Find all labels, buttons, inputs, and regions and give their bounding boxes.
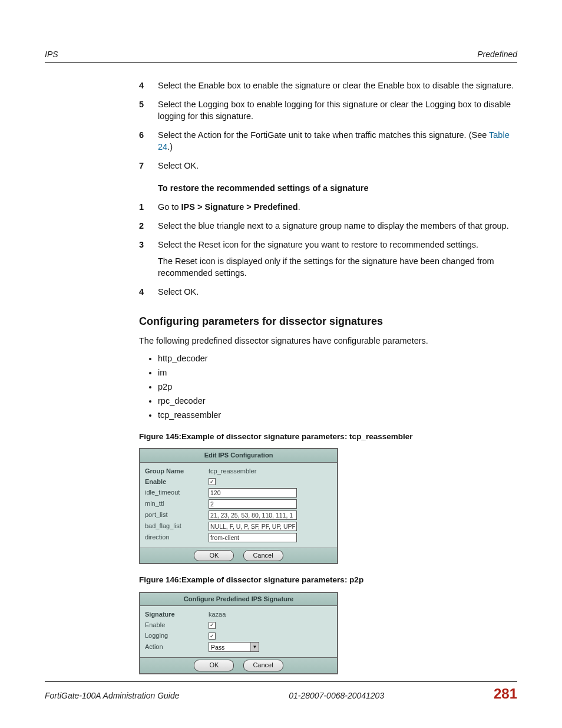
enable-checkbox[interactable]: ✓ [209,478,216,485]
running-footer: FortiGate-100A Administration Guide 01-2… [45,681,517,702]
step-number: 7 [139,160,158,172]
configure-signature-panel: Configure Predefined IPS Signature Signa… [139,592,338,674]
action-select-value: Pass [211,643,224,651]
section-intro: The following predefined dissector signa… [139,335,517,347]
step-text: Select the Action for the FortiGate unit… [158,129,517,153]
procedure-step: 7Select OK. [139,160,517,172]
action-select[interactable]: Pass ▼ [209,642,259,652]
page: IPS Predefined 4Select the Enable box to… [0,0,562,728]
logging-label: Logging [145,631,209,640]
group-name-label: Group Name [145,467,209,476]
step-number: 6 [139,129,158,153]
min-ttl-input[interactable] [209,499,297,509]
step-text: Select the Enable box to enable the sign… [158,80,517,91]
step-number: 4 [139,286,158,298]
list-item: im [158,367,517,378]
bad-flag-list-input[interactable] [209,522,297,531]
signature-label: Signature [145,610,209,619]
group-name-value: tcp_reassembler [209,467,256,476]
ok-button[interactable]: OK [194,660,234,671]
signature-value: kazaa [209,610,226,619]
bullet-list: http_decoderimp2prpc_decodertcp_reassemb… [139,353,517,421]
header-right: Predefined [477,50,517,59]
footer-center: 01-28007-0068-20041203 [289,691,384,700]
panel-title: Configure Predefined IPS Signature [140,592,337,606]
figure-caption: Figure 145:Example of dissector signatur… [139,431,517,443]
sub-heading: To restore the recommended settings of a… [158,182,517,194]
logging-checkbox[interactable]: ✓ [209,633,216,640]
direction-label: direction [145,533,209,542]
min-ttl-label: min_ttl [145,499,209,508]
footer-left: FortiGate-100A Administration Guide [45,691,180,700]
procedure-step: 5Select the Logging box to enable loggin… [139,98,517,122]
section-heading: Configuring parameters for dissector sig… [139,314,517,329]
figure-caption: Figure 146:Example of dissector signatur… [139,575,517,586]
header-left: IPS [45,50,58,59]
port-list-input[interactable] [209,510,297,520]
step-text: Select OK. [158,160,517,172]
step-text: Select the Logging box to enable logging… [158,98,517,122]
idle-timeout-label: idle_timeout [145,488,209,497]
list-item: p2p [158,381,517,393]
crossref-link[interactable]: Table 24 [158,130,510,151]
chevron-down-icon: ▼ [250,643,259,651]
step-text: Go to IPS > Signature > Predefined. [158,201,517,213]
list-item: http_decoder [158,353,517,364]
step-text: Select the blue triangle next to a signa… [158,220,517,232]
enable-label: Enable [145,621,209,630]
bad-flag-list-label: bad_flag_list [145,522,209,531]
running-header: IPS Predefined [45,50,517,63]
action-label: Action [145,643,209,651]
panel-title: Edit IPS Configuration [140,448,337,462]
idle-timeout-input[interactable] [209,488,297,498]
procedure-step: 4Select OK. [139,286,517,298]
cancel-button[interactable]: Cancel [243,660,283,671]
port-list-label: port_list [145,510,209,519]
step-number: 2 [139,220,158,232]
step-number: 4 [139,80,158,91]
cancel-button[interactable]: Cancel [243,550,283,561]
procedure-step: 6Select the Action for the FortiGate uni… [139,129,517,153]
step-number: 5 [139,98,158,122]
step-number: 1 [139,201,158,213]
procedure-step: 1Go to IPS > Signature > Predefined. [139,201,517,213]
enable-label: Enable [145,477,209,486]
list-item: tcp_reassembler [158,409,517,421]
page-content: 4Select the Enable box to enable the sig… [139,80,517,674]
step-text: Select OK. [158,286,517,298]
enable-checkbox[interactable]: ✓ [209,622,216,629]
step-text: Select the Reset icon for the signature … [158,239,517,279]
step-number: 3 [139,239,158,279]
direction-input[interactable] [209,533,297,542]
procedure-step: 3Select the Reset icon for the signature… [139,239,517,279]
ok-button[interactable]: OK [194,550,234,561]
list-item: rpc_decoder [158,395,517,407]
procedure-step: 4Select the Enable box to enable the sig… [139,80,517,91]
edit-ips-panel: Edit IPS Configuration Group Name tcp_re… [139,448,338,564]
page-number: 281 [494,686,517,702]
procedure-step: 2Select the blue triangle next to a sign… [139,220,517,232]
